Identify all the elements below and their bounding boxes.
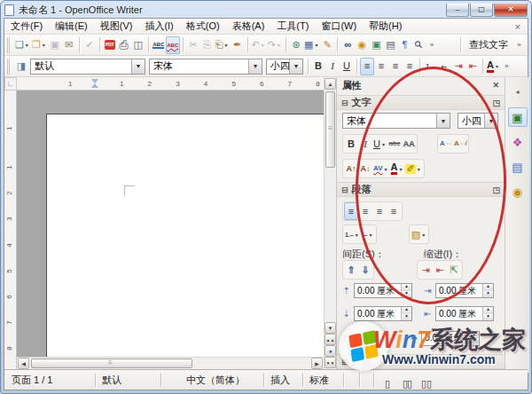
combo-dropdown-icon[interactable]: ▼	[289, 59, 302, 74]
above-spacing-field[interactable]: 0.00 厘米 ▲▼	[354, 283, 412, 298]
paragraph-style-combo[interactable]: 默认 ▼	[30, 59, 145, 75]
scroll-left-button[interactable]: ◀	[18, 358, 29, 369]
spin-down-icon[interactable]: ▼	[402, 314, 411, 321]
menu-edit[interactable]: 编辑(E)	[49, 19, 94, 34]
dropdown-arrow-icon[interactable]: ▾	[383, 166, 389, 172]
combo-dropdown-icon[interactable]: ▼	[248, 59, 262, 74]
after-indent-field[interactable]: 0.00 厘米 ▲▼	[435, 306, 494, 321]
underline-button[interactable]: U	[340, 58, 354, 75]
language-status[interactable]: 中文（简体）	[186, 374, 245, 387]
vertical-scroll-thumb[interactable]	[325, 91, 335, 168]
hyperlink-button[interactable]: ⊛	[289, 36, 303, 54]
underline-button[interactable]: U▾	[372, 135, 387, 153]
increase-indent-button[interactable]: ⇥	[451, 58, 466, 75]
spin-down-icon[interactable]: ▼	[483, 314, 493, 321]
formatting-marks-button[interactable]: ¶	[397, 36, 411, 54]
navigator-button[interactable]: ◉	[355, 36, 369, 54]
dialog-launcher-icon[interactable]: ◳	[492, 98, 500, 107]
new-document-button[interactable]: ❏▾	[14, 36, 31, 54]
menu-format[interactable]: 格式(O)	[180, 19, 226, 34]
dropdown-arrow-icon[interactable]: ▾	[416, 166, 422, 172]
spinner-arrows[interactable]: ▲▼	[482, 307, 493, 320]
increase-indent-button[interactable]: ⇥	[419, 261, 433, 279]
cut-button[interactable]: ✂	[186, 36, 200, 54]
below-spacing-field[interactable]: 0.00 厘米 ▲▼	[354, 306, 412, 321]
dropdown-arrow-icon[interactable]: ▾	[380, 141, 387, 147]
spin-down-icon[interactable]: ▼	[402, 291, 411, 298]
increase-paragraph-spacing-button[interactable]: ⇑	[344, 261, 358, 279]
decrease-indent-button[interactable]: ⇤	[466, 58, 480, 75]
dropdown-arrow-icon[interactable]: ▾	[276, 42, 282, 48]
navigation-button[interactable]: ●	[325, 345, 336, 357]
draw-functions-button[interactable]: ✎	[320, 36, 334, 54]
align-center-button[interactable]: ≡	[374, 58, 388, 75]
grow-font-button[interactable]: A↑	[344, 160, 358, 177]
close-button[interactable]: ✕	[494, 4, 528, 17]
format-paintbrush-button[interactable]: ✒	[231, 36, 245, 54]
align-center-button[interactable]: ≡	[358, 202, 372, 220]
single-page-view-button[interactable]: ▯	[380, 374, 395, 392]
book-view-button[interactable]: ▯▯	[419, 374, 434, 392]
spin-down-icon[interactable]: ▼	[469, 338, 479, 345]
align-right-button[interactable]: ≡	[372, 202, 387, 220]
paste-button[interactable]: ⎗▾	[215, 36, 231, 54]
edit-file-button[interactable]: ✔	[82, 36, 97, 54]
shadow-button[interactable]: AA	[402, 135, 416, 153]
maximize-button[interactable]: ▢	[470, 4, 493, 17]
combo-dropdown-icon[interactable]: ▼	[436, 114, 450, 128]
email-button[interactable]: ✉	[62, 36, 76, 54]
autospellcheck-button[interactable]: ABC	[166, 36, 180, 54]
data-sources-button[interactable]: ▤	[383, 36, 397, 54]
styles-window-button[interactable]: ◨	[14, 58, 28, 75]
switch-indent-button[interactable]: ⇱	[447, 261, 461, 279]
dropdown-arrow-icon[interactable]: ▾	[354, 232, 360, 238]
sidebar-close-icon[interactable]: ✕	[492, 81, 499, 90]
horizontal-scrollbar[interactable]: ◀ ▶	[17, 357, 324, 369]
sidebar-settings-button[interactable]: ◂	[508, 83, 528, 102]
find-toolbar-overflow-button[interactable]: »	[513, 36, 525, 54]
decrease-indent-button[interactable]: ⇤	[433, 261, 447, 279]
spinner-arrows[interactable]: ▲▼	[482, 284, 493, 297]
toolbar-grip[interactable]	[7, 37, 12, 53]
close-document-icon[interactable]: ×	[508, 21, 528, 32]
dropdown-arrow-icon[interactable]: ▾	[223, 42, 230, 48]
dropdown-arrow-icon[interactable]: ▾	[24, 42, 30, 48]
find-text-input[interactable]: 查找文字	[464, 38, 513, 51]
collapse-icon[interactable]: ⊟	[341, 185, 348, 194]
decrease-char-spacing-button[interactable]: A⇎	[453, 135, 467, 153]
font-size-combo[interactable]: 小四 ▼	[266, 59, 303, 75]
combo-dropdown-icon[interactable]: ▼	[131, 59, 145, 74]
vertical-ruler[interactable]: 112345678	[4, 91, 17, 369]
tab-navigator[interactable]: ◉	[508, 182, 528, 201]
insert-mode-status[interactable]: 插入	[270, 374, 290, 387]
minimize-button[interactable]: –	[446, 4, 469, 17]
dropdown-arrow-icon[interactable]: ▾	[313, 42, 319, 48]
dropdown-arrow-icon[interactable]: ▾	[494, 63, 500, 69]
sidebar-font-size-combo[interactable]: 小四 ▼	[458, 113, 498, 129]
export-pdf-button[interactable]: PDF	[103, 36, 117, 54]
menu-tools[interactable]: 工具(T)	[270, 19, 315, 34]
numbered-list-button[interactable]: 1.–▾	[344, 225, 361, 243]
font-name-combo[interactable]: 宋体 ▼	[149, 59, 262, 75]
increase-char-spacing-button[interactable]: A⇔	[439, 135, 453, 153]
align-justify-button[interactable]: ≡	[403, 58, 417, 75]
strikethrough-button[interactable]: abc	[387, 135, 402, 153]
highlighting-color-button[interactable]: ✐▾	[404, 160, 422, 177]
spin-down-icon[interactable]: ▼	[483, 291, 493, 298]
save-button[interactable]: ▣	[48, 36, 62, 54]
align-justify-button[interactable]: ≡	[387, 202, 401, 220]
sidebar-font-name-combo[interactable]: 宋体 ▼	[342, 113, 450, 129]
menu-window[interactable]: 窗口(W)	[315, 19, 363, 34]
toolbar-overflow-button[interactable]: »	[426, 36, 437, 54]
document-view[interactable]	[17, 91, 324, 357]
decrease-paragraph-spacing-button[interactable]: ⇓	[358, 261, 372, 279]
font-color-button[interactable]: A▾	[486, 58, 501, 75]
undo-button[interactable]: ↶▾	[251, 36, 267, 54]
align-left-button[interactable]: ≡	[344, 202, 358, 220]
tab-properties[interactable]: ▣	[508, 107, 528, 127]
gallery-button[interactable]: ▣	[369, 36, 383, 54]
page-preview-button[interactable]: ◫	[131, 36, 145, 54]
menu-table[interactable]: 表格(A)	[226, 19, 271, 34]
spinner-arrows[interactable]: ▲▼	[468, 332, 479, 345]
previous-page-button[interactable]: ▲▲	[325, 334, 336, 345]
